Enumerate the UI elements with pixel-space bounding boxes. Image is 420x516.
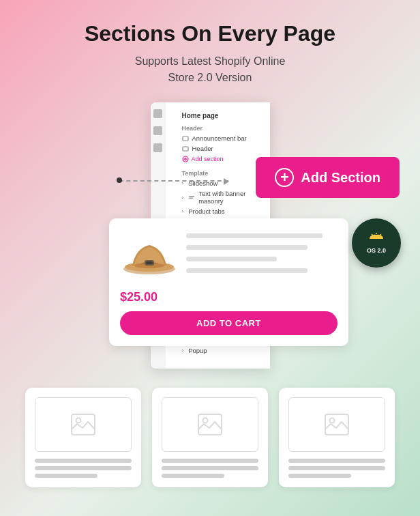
image-icon-1: [70, 413, 96, 436]
svg-rect-1: [183, 147, 188, 151]
card-image-placeholder-2: [162, 397, 258, 452]
sidebar-item-popup[interactable]: › Popup: [166, 345, 270, 356]
card-lines-3: [288, 459, 385, 478]
add-section-header[interactable]: Add section: [166, 154, 270, 164]
svg-rect-6: [189, 198, 193, 199]
mockup-area: Home page Header Announcement bar Header…: [14, 102, 406, 369]
svg-point-45: [330, 418, 335, 423]
product-line-4: [186, 268, 308, 273]
product-line-3: [186, 257, 277, 261]
sidebar-item-announcement[interactable]: Announcement bar: [166, 133, 270, 143]
image-icon-2: [197, 413, 223, 436]
card-lines-2: [162, 459, 258, 478]
product-line-1: [186, 233, 322, 238]
section-template-label: Template: [166, 167, 270, 178]
page-subtitle: Supports Latest Shopify Online Store 2.0…: [135, 53, 286, 86]
svg-rect-5: [189, 196, 194, 197]
section-header-label: Header: [166, 122, 270, 133]
bottom-cards-section: [14, 388, 406, 487]
svg-rect-39: [146, 261, 153, 264]
product-hat-image: [122, 231, 177, 279]
sidebar-item-product-tabs[interactable]: › Product tabs: [166, 206, 270, 216]
sidebar-icon-2: [153, 126, 162, 135]
sun-icon: [367, 232, 386, 246]
bottom-card-2: [152, 388, 268, 487]
svg-rect-0: [183, 137, 188, 141]
card-image-placeholder-1: [35, 397, 132, 452]
add-to-cart-button[interactable]: ADD TO CART: [120, 311, 338, 335]
dashed-arrow: [119, 180, 228, 182]
sidebar-icon-3: [153, 143, 162, 152]
svg-line-32: [380, 234, 382, 235]
svg-point-43: [203, 418, 208, 423]
svg-line-31: [372, 234, 373, 235]
page-title: Sections On Every Page: [85, 20, 335, 46]
card-lines-1: [35, 459, 132, 478]
product-line-2: [186, 245, 308, 250]
os2-text: OS 2.0: [367, 247, 386, 254]
plus-circle-icon: +: [275, 168, 294, 187]
home-page-label: Home page: [166, 109, 270, 122]
image-icon-3: [324, 413, 350, 436]
sidebar-icon-1: [153, 109, 162, 118]
product-card: $25.00 ADD TO CART: [109, 218, 348, 346]
page-container: Sections On Every Page Supports Latest S…: [0, 0, 420, 516]
sidebar-item-header[interactable]: Header: [166, 143, 270, 154]
card-image-placeholder-3: [288, 397, 385, 452]
bottom-card-3: [279, 388, 395, 487]
sidebar-item-text-banner[interactable]: › Text with banner masonry: [166, 188, 270, 206]
product-price: $25.00: [120, 286, 338, 304]
svg-point-41: [76, 418, 81, 423]
add-section-button[interactable]: + Add Section: [256, 157, 400, 198]
os2-badge: OS 2.0: [352, 218, 401, 268]
bottom-card-1: [25, 388, 141, 487]
arrow-dot: [117, 177, 122, 183]
